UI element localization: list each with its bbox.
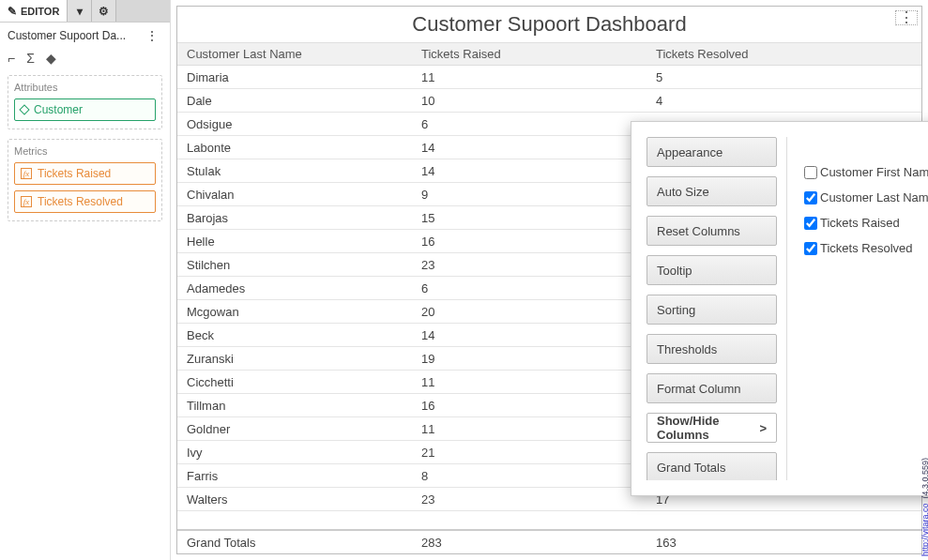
- metric-chip-label: Tickets Resolved: [38, 195, 123, 208]
- table-cell: Beck: [177, 328, 412, 342]
- column-toggle-checkbox[interactable]: [804, 217, 817, 230]
- editor-sidebar: ✎ EDITOR ▾ ⚙ Customer Supoort Da... ⋮ ⌐ …: [0, 0, 171, 560]
- grid-header: Customer Last Name Tickets Raised Ticket…: [177, 43, 921, 66]
- table-cell: Labonte: [177, 141, 412, 155]
- table-cell: Zuranski: [177, 352, 412, 366]
- table-cell: Goldner: [177, 422, 412, 436]
- funnel-icon: ▾: [77, 5, 83, 18]
- column-toggle-row[interactable]: Customer First Name: [804, 165, 928, 179]
- chevron-right-icon: >: [759, 421, 767, 435]
- tab-filter[interactable]: ▾: [68, 0, 92, 22]
- table-cell: 19: [412, 352, 647, 366]
- table-cell: 14: [412, 141, 647, 155]
- sidebar-tab-bar: ✎ EDITOR ▾ ⚙: [0, 0, 170, 23]
- version-footer: http://vitara.co (4.3.0.559): [920, 458, 928, 556]
- fx-icon: fx: [21, 168, 32, 179]
- column-toggle-row[interactable]: Tickets Resolved: [804, 241, 928, 255]
- sidebar-body: Customer Supoort Da... ⋮ ⌐ Σ ◆ Attribute…: [0, 23, 170, 236]
- table-cell: 14: [412, 164, 647, 178]
- dialog-category-showhide[interactable]: Show/Hide Columns>: [647, 413, 777, 443]
- dataset-menu[interactable]: ⋮: [142, 28, 162, 43]
- dialog-category-appearance[interactable]: Appearance: [647, 137, 777, 167]
- table-cell: 21: [412, 446, 647, 460]
- table-cell: 15: [412, 211, 647, 225]
- column-toggle-row[interactable]: Tickets Raised: [804, 216, 928, 230]
- table-cell: 16: [412, 235, 647, 249]
- fx-icon: fx: [21, 196, 32, 207]
- dialog-category-list: AppearanceAuto SizeReset ColumnsTooltipS…: [647, 137, 787, 480]
- table-cell: 10: [412, 94, 647, 108]
- table-cell: Cicchetti: [177, 375, 412, 389]
- dialog-category-label: Show/Hide Columns: [657, 414, 759, 442]
- totals-label: Grand Totals: [177, 536, 412, 550]
- column-toggle-checkbox[interactable]: [804, 191, 817, 204]
- table-cell: 5: [647, 70, 921, 84]
- table-cell: 16: [412, 399, 647, 413]
- table-cell: 8: [412, 469, 647, 483]
- column-header-resolved[interactable]: Tickets Resolved: [647, 47, 921, 61]
- column-toggle-label: Tickets Raised: [820, 216, 900, 230]
- dialog-category-tooltip[interactable]: Tooltip: [647, 255, 777, 285]
- dialog-category-label: Reset Columns: [657, 224, 740, 238]
- dataset-name: Customer Supoort Da...: [8, 29, 126, 42]
- dialog-category-reset[interactable]: Reset Columns: [647, 216, 777, 246]
- table-cell: 11: [412, 422, 647, 436]
- table-cell: 20: [412, 305, 647, 319]
- table-cell: Dimaria: [177, 70, 412, 84]
- main-area: ⋮ Customer Supoort Dashboard Customer La…: [171, 0, 928, 560]
- dialog-category-thresholds[interactable]: Thresholds: [647, 334, 777, 364]
- table-cell: 4: [647, 94, 921, 108]
- dialog-category-label: Sorting: [657, 303, 695, 317]
- column-toggle-checkbox[interactable]: [804, 166, 817, 179]
- column-toggle-checkbox[interactable]: [804, 242, 817, 255]
- table-cell: Farris: [177, 469, 412, 483]
- dialog-category-sorting[interactable]: Sorting: [647, 295, 777, 325]
- dialog-checkbox-panel: Customer First NameCustomer Last NameTic…: [787, 137, 928, 480]
- column-header-raised[interactable]: Tickets Raised: [412, 47, 647, 61]
- table-cell: Ivy: [177, 446, 412, 460]
- table-cell: Odsigue: [177, 117, 412, 131]
- column-toggle-row[interactable]: Customer Last Name: [804, 190, 928, 204]
- column-toggle-label: Customer Last Name: [820, 190, 928, 204]
- table-cell: 11: [412, 375, 647, 389]
- metrics-label: Metrics: [14, 145, 156, 157]
- tab-editor-label: EDITOR: [21, 6, 59, 17]
- table-row[interactable]: Dimaria115: [177, 66, 921, 89]
- dialog-category-format[interactable]: Format Column: [647, 373, 777, 403]
- version-label: (4.3.0.559): [920, 458, 928, 499]
- totals-raised: 283: [412, 536, 647, 550]
- dialog-category-totals[interactable]: Grand Totals: [647, 452, 777, 480]
- report-title: Customer Supoort Dashboard: [177, 7, 921, 43]
- table-cell: 6: [412, 117, 647, 131]
- tab-editor[interactable]: ✎ EDITOR: [0, 0, 68, 22]
- dialog-category-label: Thresholds: [657, 342, 717, 356]
- table-cell: Tillman: [177, 399, 412, 413]
- table-cell: 14: [412, 328, 647, 342]
- table-cell: Chivalan: [177, 188, 412, 202]
- context-dialog: ✕ AppearanceAuto SizeReset ColumnsToolti…: [631, 121, 928, 496]
- dialog-category-label: Grand Totals: [657, 461, 725, 475]
- sigma-icon[interactable]: Σ: [26, 51, 35, 66]
- metric-chip-label: Tickets Raised: [38, 167, 111, 180]
- gear-icon: ⚙: [99, 5, 109, 18]
- table-cell: Stulak: [177, 164, 412, 178]
- table-cell: 23: [412, 258, 647, 272]
- table-cell: Stilchen: [177, 258, 412, 272]
- column-header-lastname[interactable]: Customer Last Name: [177, 47, 412, 61]
- table-row[interactable]: Dale104: [177, 89, 921, 113]
- table-cell: Helle: [177, 235, 412, 249]
- sidebar-toolbar: ⌐ Σ ◆: [8, 49, 162, 75]
- highlight-icon[interactable]: ◆: [46, 51, 56, 66]
- attribute-chip-customer[interactable]: Customer: [14, 98, 156, 121]
- dialog-category-autosize[interactable]: Auto Size: [647, 176, 777, 206]
- grid-footer: Grand Totals 283 163: [177, 529, 921, 553]
- column-toggle-label: Tickets Resolved: [820, 241, 913, 255]
- report-menu[interactable]: ⋮: [895, 10, 918, 25]
- table-cell: Barojas: [177, 211, 412, 225]
- metric-chip-tickets-raised[interactable]: fx Tickets Raised: [14, 162, 156, 185]
- vitara-link[interactable]: http://vitara.co: [920, 503, 928, 556]
- tab-settings[interactable]: ⚙: [92, 0, 116, 22]
- table-cell: Mcgowan: [177, 305, 412, 319]
- select-tool-icon[interactable]: ⌐: [8, 51, 15, 66]
- metric-chip-tickets-resolved[interactable]: fx Tickets Resolved: [14, 190, 156, 213]
